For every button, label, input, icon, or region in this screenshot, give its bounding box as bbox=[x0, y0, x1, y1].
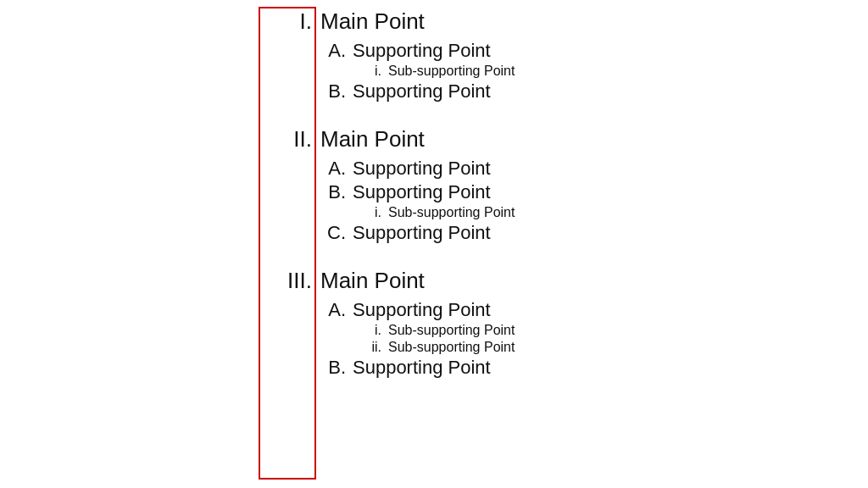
supporting-row-III-B: B. Supporting Point bbox=[320, 357, 839, 379]
supporting-row-I-A: A. Supporting Point bbox=[320, 40, 839, 62]
sub-label-III-A-i: i. bbox=[353, 323, 388, 338]
section-II: II. Main Point A. Supporting Point B. Su… bbox=[246, 126, 839, 244]
sub-rows-I-A: i. Sub-supporting Point bbox=[353, 64, 839, 79]
supporting-row-III-A: A. Supporting Point bbox=[320, 299, 839, 321]
supporting-label-I-B: B. bbox=[320, 80, 353, 103]
supporting-label-II-B: B. bbox=[320, 181, 353, 203]
main-point-row-III: III. Main Point bbox=[246, 268, 839, 294]
sub-row-III-A-i: i. Sub-supporting Point bbox=[353, 323, 839, 338]
section-III: III. Main Point A. Supporting Point i. S… bbox=[246, 268, 839, 379]
supporting-text-II-C: Supporting Point bbox=[353, 222, 491, 244]
sub-rows-III-A: i. Sub-supporting Point ii. Sub-supporti… bbox=[353, 323, 839, 355]
sub-rows-II-B: i. Sub-supporting Point bbox=[353, 205, 839, 220]
supporting-text-III-A: Supporting Point bbox=[353, 299, 491, 321]
main-point-row-II: II. Main Point bbox=[246, 126, 839, 152]
main-label-II: II. bbox=[246, 126, 320, 152]
supporting-text-II-B: Supporting Point bbox=[353, 181, 491, 203]
sub-row-I-A-i: i. Sub-supporting Point bbox=[353, 64, 839, 79]
page-container: I. Main Point A. Supporting Point i. Sub… bbox=[0, 0, 868, 488]
main-label-I: I. bbox=[246, 8, 320, 35]
supporting-text-I-B: Supporting Point bbox=[353, 80, 491, 103]
main-point-row-I: I. Main Point bbox=[246, 8, 839, 35]
supporting-text-I-A: Supporting Point bbox=[353, 40, 491, 62]
sub-label-III-A-ii: ii. bbox=[353, 340, 388, 355]
supporting-label-II-A: A. bbox=[320, 158, 353, 180]
supporting-rows-III: A. Supporting Point i. Sub-supporting Po… bbox=[320, 299, 839, 379]
sub-text-II-B-i: Sub-supporting Point bbox=[388, 205, 515, 220]
supporting-label-II-C: C. bbox=[320, 222, 353, 244]
sub-text-III-A-i: Sub-supporting Point bbox=[388, 323, 515, 338]
main-text-I: Main Point bbox=[320, 8, 425, 35]
supporting-text-II-A: Supporting Point bbox=[353, 158, 491, 180]
supporting-label-III-A: A. bbox=[320, 299, 353, 321]
outline-content: I. Main Point A. Supporting Point i. Sub… bbox=[246, 8, 839, 402]
supporting-row-II-B: B. Supporting Point bbox=[320, 181, 839, 203]
supporting-rows-II: A. Supporting Point B. Supporting Point … bbox=[320, 158, 839, 244]
supporting-row-II-C: C. Supporting Point bbox=[320, 222, 839, 244]
main-text-III: Main Point bbox=[320, 268, 425, 294]
main-text-II: Main Point bbox=[320, 126, 425, 152]
sub-label-I-A-i: i. bbox=[353, 64, 388, 79]
supporting-text-III-B: Supporting Point bbox=[353, 357, 491, 379]
sub-label-II-B-i: i. bbox=[353, 205, 388, 220]
section-I: I. Main Point A. Supporting Point i. Sub… bbox=[246, 8, 839, 103]
sub-text-I-A-i: Sub-supporting Point bbox=[388, 64, 515, 79]
supporting-row-II-A: A. Supporting Point bbox=[320, 158, 839, 180]
main-label-III: III. bbox=[246, 268, 320, 294]
sub-row-III-A-ii: ii. Sub-supporting Point bbox=[353, 340, 839, 355]
supporting-rows-I: A. Supporting Point i. Sub-supporting Po… bbox=[320, 40, 839, 103]
sub-row-II-B-i: i. Sub-supporting Point bbox=[353, 205, 839, 220]
sub-text-III-A-ii: Sub-supporting Point bbox=[388, 340, 515, 355]
supporting-row-I-B: B. Supporting Point bbox=[320, 80, 839, 103]
supporting-label-I-A: A. bbox=[320, 40, 353, 62]
supporting-label-III-B: B. bbox=[320, 357, 353, 379]
